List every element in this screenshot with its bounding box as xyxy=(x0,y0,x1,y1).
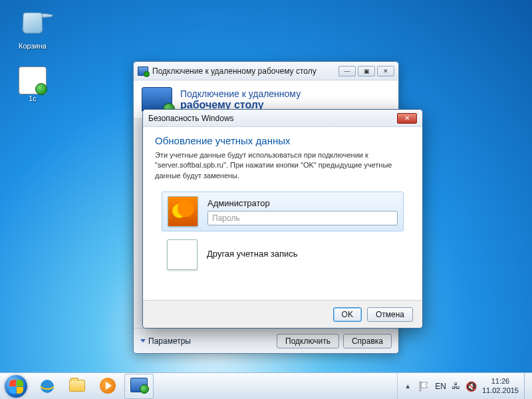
close-button[interactable]: ✕ xyxy=(397,113,417,124)
chevron-down-icon xyxy=(140,339,146,342)
start-button[interactable] xyxy=(0,373,32,400)
desktop: Корзина 1с Подключение к удаленному рабо… xyxy=(0,0,532,399)
rdc-footer: Параметры Подключить Справка xyxy=(134,328,398,353)
show-desktop-button[interactable] xyxy=(524,373,532,400)
security-dialog: Безопасность Windows ✕ Обновление учетны… xyxy=(142,109,423,329)
maximize-button[interactable]: ▣ xyxy=(358,66,375,76)
password-input[interactable] xyxy=(207,211,398,225)
network-icon[interactable]: 🖧 xyxy=(452,381,460,391)
connect-button[interactable]: Подключить xyxy=(277,334,339,348)
rdc-monitor-icon xyxy=(142,87,172,112)
taskbar-item-explorer[interactable] xyxy=(63,374,92,399)
help-button[interactable]: Справка xyxy=(343,334,392,348)
rdc-icon xyxy=(130,378,148,395)
rdc-options-label: Параметры xyxy=(148,336,191,346)
taskbar: ▲ EN 🖧 🔇 11:26 11.02.2015 xyxy=(0,372,532,399)
credential-item-admin[interactable]: Администратор xyxy=(162,192,404,231)
security-title: Безопасность Windows xyxy=(148,114,234,123)
rdc-title: Подключение к удаленному рабочему столу xyxy=(152,66,317,76)
system-tray: ▲ EN 🖧 🔇 11:26 11.02.2015 xyxy=(397,373,524,400)
taskbar-item-media-player[interactable] xyxy=(94,374,123,399)
rdc-icon xyxy=(138,66,148,76)
folder-icon xyxy=(69,378,86,395)
desktop-icon-recycle-bin[interactable]: Корзина xyxy=(9,8,56,50)
avatar xyxy=(168,196,198,227)
credential-list: Администратор Другая учетная запись xyxy=(162,192,404,274)
onec-icon xyxy=(19,66,47,94)
ok-button[interactable]: OK xyxy=(333,307,362,322)
recycle-bin-icon xyxy=(19,12,47,40)
security-footer: OK Отмена xyxy=(143,300,422,328)
security-heading: Обновление учетных данных xyxy=(155,135,410,146)
rdc-banner-line1: Подключение к удаленному xyxy=(180,88,301,99)
taskbar-item-ie[interactable] xyxy=(33,374,62,399)
security-titlebar[interactable]: Безопасность Windows ✕ xyxy=(143,110,422,127)
credential-name: Администратор xyxy=(207,198,398,208)
windows-logo-icon xyxy=(5,375,27,398)
media-player-icon xyxy=(100,378,117,395)
clock[interactable]: 11:26 11.02.2015 xyxy=(482,377,519,394)
rdc-close-button[interactable]: ✕ xyxy=(377,66,394,76)
desktop-icon-label: 1с xyxy=(9,94,56,102)
action-center-icon[interactable] xyxy=(418,380,430,392)
tray-overflow-button[interactable]: ▲ xyxy=(403,382,412,391)
svg-point-0 xyxy=(41,380,54,393)
desktop-icon-label: Корзина xyxy=(9,42,56,50)
volume-icon[interactable]: 🔇 xyxy=(466,381,477,392)
credential-name: Другая учетная запись xyxy=(207,249,398,259)
rdc-titlebar[interactable]: Подключение к удаленному рабочему столу … xyxy=(134,62,398,80)
security-body-text: Эти учетные данные будут использоваться … xyxy=(155,150,410,181)
cancel-button[interactable]: Отмена xyxy=(367,307,413,322)
clock-date: 11.02.2015 xyxy=(482,386,519,395)
avatar xyxy=(167,239,198,270)
minimize-button[interactable]: — xyxy=(338,66,356,76)
desktop-icon-onec[interactable]: 1с xyxy=(9,66,56,102)
clock-time: 11:26 xyxy=(482,377,519,386)
language-indicator[interactable]: EN xyxy=(435,382,446,391)
rdc-options-toggle[interactable]: Параметры xyxy=(140,336,191,346)
credential-item-other[interactable]: Другая учетная запись xyxy=(162,235,404,274)
taskbar-item-rdc[interactable] xyxy=(124,374,154,399)
ie-icon xyxy=(39,378,56,395)
